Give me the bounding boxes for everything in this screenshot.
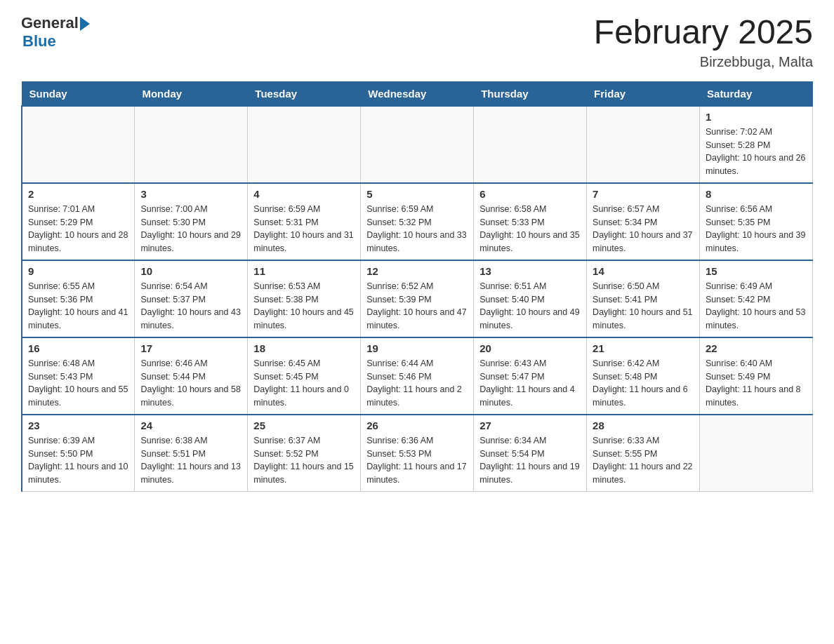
day-number: 27 [479, 420, 581, 431]
calendar-week-row: 1Sunrise: 7:02 AM Sunset: 5:28 PM Daylig… [22, 106, 813, 183]
calendar-cell: 23Sunrise: 6:39 AM Sunset: 5:50 PM Dayli… [22, 415, 135, 492]
day-info: Sunrise: 6:38 AM Sunset: 5:51 PM Dayligh… [140, 434, 241, 487]
day-info: Sunrise: 7:02 AM Sunset: 5:28 PM Dayligh… [706, 126, 807, 178]
day-number: 8 [706, 188, 807, 200]
calendar-cell [135, 106, 248, 183]
day-number: 10 [140, 265, 241, 277]
calendar-cell: 7Sunrise: 6:57 AM Sunset: 5:34 PM Daylig… [587, 183, 700, 260]
day-info: Sunrise: 6:43 AM Sunset: 5:47 PM Dayligh… [479, 357, 581, 410]
day-info: Sunrise: 6:33 AM Sunset: 5:55 PM Dayligh… [593, 434, 694, 487]
calendar-cell: 18Sunrise: 6:45 AM Sunset: 5:45 PM Dayli… [248, 337, 361, 415]
calendar-cell: 27Sunrise: 6:34 AM Sunset: 5:54 PM Dayli… [474, 415, 587, 492]
day-number: 4 [253, 188, 355, 200]
day-info: Sunrise: 6:51 AM Sunset: 5:40 PM Dayligh… [479, 280, 581, 333]
day-number: 26 [366, 420, 468, 431]
day-number: 17 [140, 342, 241, 354]
day-number: 25 [253, 420, 355, 431]
day-number: 22 [706, 342, 807, 354]
day-info: Sunrise: 6:50 AM Sunset: 5:41 PM Dayligh… [593, 280, 694, 333]
calendar-header-monday: Monday [135, 81, 248, 106]
day-info: Sunrise: 6:46 AM Sunset: 5:44 PM Dayligh… [140, 357, 241, 410]
calendar-cell: 17Sunrise: 6:46 AM Sunset: 5:44 PM Dayli… [135, 337, 248, 415]
day-number: 23 [28, 420, 128, 431]
day-number: 3 [140, 188, 241, 200]
day-number: 18 [253, 342, 355, 354]
day-info: Sunrise: 6:54 AM Sunset: 5:37 PM Dayligh… [140, 280, 241, 333]
calendar-cell: 19Sunrise: 6:44 AM Sunset: 5:46 PM Dayli… [361, 337, 474, 415]
calendar-header-tuesday: Tuesday [248, 81, 361, 106]
day-info: Sunrise: 6:59 AM Sunset: 5:31 PM Dayligh… [253, 203, 355, 255]
calendar-header-saturday: Saturday [700, 81, 813, 106]
logo-arrow-icon [80, 17, 90, 31]
calendar-cell [700, 415, 813, 492]
day-info: Sunrise: 6:34 AM Sunset: 5:54 PM Dayligh… [479, 434, 581, 487]
day-number: 7 [593, 188, 694, 200]
calendar-cell: 10Sunrise: 6:54 AM Sunset: 5:37 PM Dayli… [135, 260, 248, 337]
day-number: 13 [479, 265, 581, 277]
calendar-cell: 12Sunrise: 6:52 AM Sunset: 5:39 PM Dayli… [361, 260, 474, 337]
day-info: Sunrise: 6:37 AM Sunset: 5:52 PM Dayligh… [253, 434, 355, 487]
logo-blue-text: Blue [22, 32, 56, 51]
calendar-week-row: 16Sunrise: 6:48 AM Sunset: 5:43 PM Dayli… [22, 337, 813, 415]
location: Birzebbuga, Malta [594, 54, 813, 70]
calendar-header-sunday: Sunday [22, 81, 135, 106]
calendar-cell [474, 106, 587, 183]
day-number: 15 [706, 265, 807, 277]
calendar-header-row: SundayMondayTuesdayWednesdayThursdayFrid… [22, 81, 813, 106]
day-info: Sunrise: 6:48 AM Sunset: 5:43 PM Dayligh… [28, 357, 128, 410]
day-number: 14 [593, 265, 694, 277]
day-info: Sunrise: 6:36 AM Sunset: 5:53 PM Dayligh… [366, 434, 468, 487]
calendar-cell: 5Sunrise: 6:59 AM Sunset: 5:32 PM Daylig… [361, 183, 474, 260]
day-number: 11 [253, 265, 355, 277]
day-number: 6 [479, 188, 581, 200]
calendar-cell: 3Sunrise: 7:00 AM Sunset: 5:30 PM Daylig… [135, 183, 248, 260]
calendar-cell: 1Sunrise: 7:02 AM Sunset: 5:28 PM Daylig… [700, 106, 813, 183]
calendar-week-row: 9Sunrise: 6:55 AM Sunset: 5:36 PM Daylig… [22, 260, 813, 337]
calendar-cell: 25Sunrise: 6:37 AM Sunset: 5:52 PM Dayli… [248, 415, 361, 492]
day-number: 1 [706, 111, 807, 123]
calendar-cell: 4Sunrise: 6:59 AM Sunset: 5:31 PM Daylig… [248, 183, 361, 260]
day-number: 5 [366, 188, 468, 200]
day-info: Sunrise: 6:44 AM Sunset: 5:46 PM Dayligh… [366, 357, 468, 410]
day-number: 19 [366, 342, 468, 354]
calendar-cell [248, 106, 361, 183]
day-number: 24 [140, 420, 241, 431]
day-number: 12 [366, 265, 468, 277]
day-info: Sunrise: 6:49 AM Sunset: 5:42 PM Dayligh… [706, 280, 807, 333]
calendar-cell: 15Sunrise: 6:49 AM Sunset: 5:42 PM Dayli… [700, 260, 813, 337]
calendar-header-thursday: Thursday [474, 81, 587, 106]
calendar-cell: 2Sunrise: 7:01 AM Sunset: 5:29 PM Daylig… [22, 183, 135, 260]
day-info: Sunrise: 7:01 AM Sunset: 5:29 PM Dayligh… [28, 203, 128, 255]
day-info: Sunrise: 6:40 AM Sunset: 5:49 PM Dayligh… [706, 357, 807, 410]
day-number: 21 [593, 342, 694, 354]
calendar-cell: 20Sunrise: 6:43 AM Sunset: 5:47 PM Dayli… [474, 337, 587, 415]
day-info: Sunrise: 6:39 AM Sunset: 5:50 PM Dayligh… [28, 434, 128, 487]
calendar-header-wednesday: Wednesday [361, 81, 474, 106]
day-number: 2 [28, 188, 128, 200]
day-info: Sunrise: 6:58 AM Sunset: 5:33 PM Dayligh… [479, 203, 581, 255]
calendar-cell: 24Sunrise: 6:38 AM Sunset: 5:51 PM Dayli… [135, 415, 248, 492]
calendar-cell: 22Sunrise: 6:40 AM Sunset: 5:49 PM Dayli… [700, 337, 813, 415]
calendar-cell: 6Sunrise: 6:58 AM Sunset: 5:33 PM Daylig… [474, 183, 587, 260]
logo-general-text: General [21, 14, 79, 32]
calendar-cell: 8Sunrise: 6:56 AM Sunset: 5:35 PM Daylig… [700, 183, 813, 260]
day-info: Sunrise: 6:55 AM Sunset: 5:36 PM Dayligh… [28, 280, 128, 333]
calendar-week-row: 2Sunrise: 7:01 AM Sunset: 5:29 PM Daylig… [22, 183, 813, 260]
day-info: Sunrise: 6:45 AM Sunset: 5:45 PM Dayligh… [253, 357, 355, 410]
calendar-cell: 16Sunrise: 6:48 AM Sunset: 5:43 PM Dayli… [22, 337, 135, 415]
day-number: 28 [593, 420, 694, 431]
day-info: Sunrise: 6:59 AM Sunset: 5:32 PM Dayligh… [366, 203, 468, 255]
calendar-header-friday: Friday [587, 81, 700, 106]
calendar-cell [361, 106, 474, 183]
day-info: Sunrise: 6:56 AM Sunset: 5:35 PM Dayligh… [706, 203, 807, 255]
calendar-cell: 21Sunrise: 6:42 AM Sunset: 5:48 PM Dayli… [587, 337, 700, 415]
title-section: February 2025 Birzebbuga, Malta [594, 14, 813, 70]
day-info: Sunrise: 7:00 AM Sunset: 5:30 PM Dayligh… [140, 203, 241, 255]
calendar-cell: 11Sunrise: 6:53 AM Sunset: 5:38 PM Dayli… [248, 260, 361, 337]
calendar-week-row: 23Sunrise: 6:39 AM Sunset: 5:50 PM Dayli… [22, 415, 813, 492]
calendar-cell [22, 106, 135, 183]
day-info: Sunrise: 6:57 AM Sunset: 5:34 PM Dayligh… [593, 203, 694, 255]
calendar-cell: 28Sunrise: 6:33 AM Sunset: 5:55 PM Dayli… [587, 415, 700, 492]
calendar-cell: 14Sunrise: 6:50 AM Sunset: 5:41 PM Dayli… [587, 260, 700, 337]
month-title: February 2025 [594, 14, 813, 51]
